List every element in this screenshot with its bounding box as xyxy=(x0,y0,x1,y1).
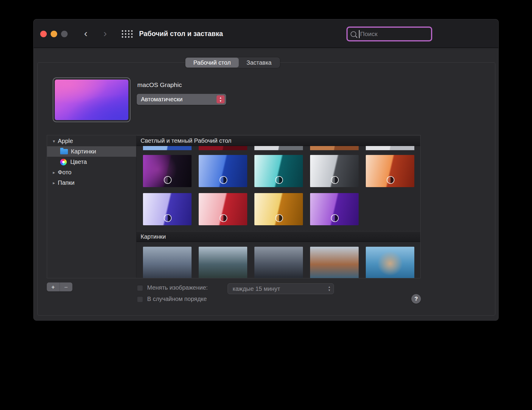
photo-thumbnail[interactable] xyxy=(143,247,192,278)
forward-button[interactable]: › xyxy=(100,19,110,48)
sidebar-item-label: Apple xyxy=(58,138,73,145)
sidebar-item-label: Папки xyxy=(58,179,74,186)
light-dark-badge xyxy=(331,176,339,184)
sidebar-item-folders[interactable]: ▸Папки xyxy=(47,178,136,188)
light-dark-badge xyxy=(164,214,172,222)
photo-thumbnail[interactable] xyxy=(199,247,247,278)
minimize-button[interactable] xyxy=(51,31,57,37)
sidebar-item-photos[interactable]: ▸Фото xyxy=(47,167,136,178)
wallpaper-name-label: macOS Graphic xyxy=(137,81,182,88)
sidebar-item-colors[interactable]: Цвета xyxy=(47,157,136,167)
tab-group: Рабочий столЗаставка xyxy=(185,57,280,68)
tab-desktop[interactable]: Рабочий стол xyxy=(186,58,239,67)
chevron-up-icon: ▲ xyxy=(219,97,222,99)
add-remove-control: + − xyxy=(47,282,72,291)
section-header: Картинки xyxy=(136,231,420,242)
photo-thumbnail[interactable] xyxy=(366,247,414,278)
back-button[interactable]: ‹ xyxy=(81,19,91,48)
remove-folder-button[interactable]: − xyxy=(60,282,73,291)
wallpaper-thumbnail[interactable] xyxy=(199,155,247,187)
search-input[interactable] xyxy=(360,30,428,38)
wallpaper-thumbnail[interactable] xyxy=(199,146,247,150)
wallpaper-thumbnail[interactable] xyxy=(366,155,414,187)
wallpaper-thumbnail[interactable] xyxy=(143,146,192,150)
light-dark-badge xyxy=(220,214,227,222)
sidebar-item-pictures[interactable]: Картинки xyxy=(47,146,136,157)
interval-select[interactable]: каждые 15 минут ▲ ▼ xyxy=(228,283,334,294)
wallpaper-thumbnail[interactable] xyxy=(310,146,359,150)
wallpaper-thumbnail[interactable] xyxy=(199,193,247,225)
close-button[interactable] xyxy=(40,31,47,37)
thumbnail-row xyxy=(136,155,420,187)
source-list: ▾AppleКартинкиЦвета▸Фото▸Папки xyxy=(47,135,136,278)
select-stepper-icon: ▲ ▼ xyxy=(217,95,225,103)
sidebar-item-label: Фото xyxy=(58,169,71,176)
system-preferences-window: ‹ › Рабочий стол и заставка Рабочий стол… xyxy=(33,19,499,321)
wallpaper-thumbnail[interactable] xyxy=(366,146,414,150)
wallpaper-thumbnail[interactable] xyxy=(254,155,303,187)
wallpaper-thumbnail[interactable] xyxy=(254,193,303,225)
help-button[interactable]: ? xyxy=(411,294,421,304)
zoom-button[interactable] xyxy=(61,31,68,37)
light-dark-badge xyxy=(220,176,227,184)
chevron-up-icon: ▲ xyxy=(328,286,331,288)
sidebar-item-label: Картинки xyxy=(71,148,96,155)
photo-thumbnail[interactable] xyxy=(310,247,359,278)
tab-screensaver[interactable]: Заставка xyxy=(239,58,279,67)
interval-select-value: каждые 15 минут xyxy=(233,285,280,292)
sidebar-item-label: Цвета xyxy=(70,159,87,165)
appearance-select-value: Автоматически xyxy=(141,96,183,103)
light-dark-badge xyxy=(331,214,339,222)
titlebar: ‹ › Рабочий стол и заставка xyxy=(34,19,498,48)
chevron-right-icon[interactable]: ▸ xyxy=(50,180,58,186)
search-icon xyxy=(351,31,356,37)
appearance-select[interactable]: Автоматически ▲ ▼ xyxy=(137,94,226,105)
select-stepper-icon: ▲ ▼ xyxy=(328,284,331,294)
wallpaper-thumbnail[interactable] xyxy=(143,155,192,187)
traffic-lights xyxy=(40,31,68,37)
light-dark-badge xyxy=(275,214,283,222)
search-field[interactable] xyxy=(346,27,432,41)
wallpaper-thumbnail[interactable] xyxy=(143,193,192,225)
random-order-label: В случайном порядке xyxy=(147,296,207,302)
photo-thumbnail[interactable] xyxy=(254,247,303,278)
chevron-down-icon[interactable]: ▾ xyxy=(50,139,58,144)
light-dark-badge xyxy=(275,176,283,184)
random-order-checkbox[interactable] xyxy=(137,296,143,302)
change-picture-label: Менять изображение: xyxy=(147,284,208,291)
color-wheel-icon xyxy=(60,159,67,165)
add-folder-button[interactable]: + xyxy=(47,282,60,291)
random-order-row: В случайном порядке xyxy=(137,296,207,302)
light-dark-badge xyxy=(387,176,394,184)
window-title: Рабочий стол и заставка xyxy=(139,19,223,48)
wallpaper-preview xyxy=(53,77,130,122)
chevron-down-icon: ▼ xyxy=(328,289,331,292)
thumbnail-row xyxy=(136,193,420,225)
section-title: Картинки xyxy=(141,233,166,240)
chevron-right-icon[interactable]: ▸ xyxy=(50,170,58,175)
light-dark-badge xyxy=(164,176,172,184)
wallpaper-preview-image xyxy=(55,80,128,120)
text-caret xyxy=(359,30,360,38)
wallpaper-browser: ▾AppleКартинкиЦвета▸Фото▸Папки Светлый и… xyxy=(47,135,421,278)
wallpaper-gallery: Светлый и темный Рабочий столКартинки xyxy=(136,135,420,278)
section-title: Светлый и темный Рабочий стол xyxy=(141,137,231,144)
wallpaper-thumbnail[interactable] xyxy=(310,193,359,225)
change-picture-checkbox[interactable] xyxy=(137,285,143,291)
wallpaper-thumbnail[interactable] xyxy=(310,155,359,187)
folder-icon xyxy=(60,149,68,154)
photo-row xyxy=(136,247,420,278)
change-picture-row: Менять изображение: xyxy=(137,284,208,291)
sidebar-item-apple[interactable]: ▾Apple xyxy=(47,136,136,146)
thumbnail-row-partial xyxy=(136,146,420,150)
section-header: Светлый и темный Рабочий стол xyxy=(136,135,420,146)
show-all-grid-icon[interactable] xyxy=(121,29,133,38)
chevron-down-icon: ▼ xyxy=(219,100,222,102)
wallpaper-thumbnail[interactable] xyxy=(254,146,303,150)
